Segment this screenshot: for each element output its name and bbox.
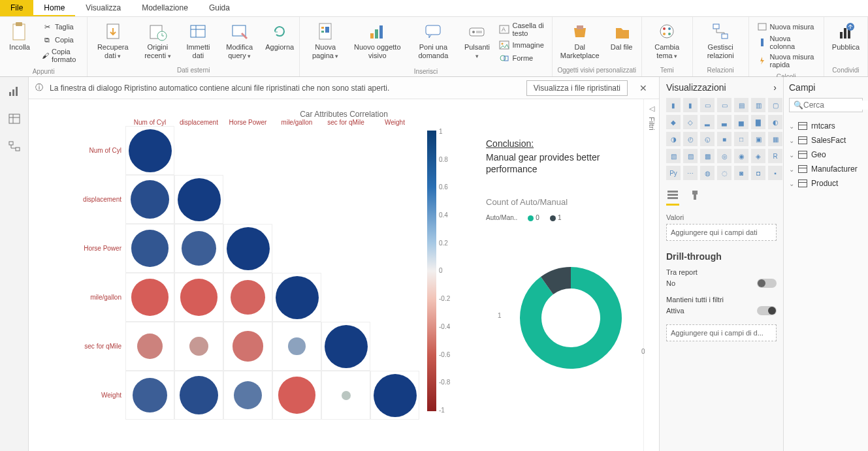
get-data-button[interactable]: Recupera dati bbox=[91, 18, 134, 62]
vis-type-icon[interactable]: ▭ bbox=[717, 98, 731, 112]
new-page-button[interactable]: Nuova pagina bbox=[304, 18, 347, 62]
table-icon bbox=[798, 165, 807, 173]
enter-data-button[interactable]: Immetti dati bbox=[182, 18, 216, 62]
vis-type-icon[interactable]: ▮ bbox=[683, 98, 698, 112]
ask-question-button[interactable]: Poni una domanda bbox=[408, 18, 458, 62]
vis-type-icon[interactable]: ▩ bbox=[700, 149, 715, 163]
vis-type-icon[interactable]: ▧ bbox=[666, 149, 681, 163]
fields-mode-icon[interactable] bbox=[666, 189, 679, 206]
report-view-icon[interactable] bbox=[4, 82, 25, 101]
vis-type-icon[interactable]: ▤ bbox=[734, 98, 748, 112]
view-restored-files-button[interactable]: Visualizza i file ripristinati bbox=[526, 80, 628, 96]
close-infobar-button[interactable]: ✕ bbox=[634, 80, 652, 96]
svg-rect-26 bbox=[577, 25, 583, 29]
vis-type-icon[interactable]: ▃ bbox=[717, 115, 731, 129]
field-table-item[interactable]: ⌄Geo bbox=[789, 148, 863, 162]
format-painter-button[interactable]: 🖌Copia formato bbox=[39, 47, 82, 64]
buttons-button[interactable]: Pulsanti bbox=[461, 18, 492, 62]
edit-queries-button[interactable]: Modifica query bbox=[217, 18, 261, 62]
svg-rect-50 bbox=[667, 197, 678, 199]
vis-type-icon[interactable]: ⋯ bbox=[683, 166, 698, 180]
vis-type-icon[interactable]: ◉ bbox=[734, 149, 748, 163]
from-file-button[interactable]: Dal file bbox=[606, 18, 637, 54]
cross-report-toggle[interactable] bbox=[757, 279, 777, 288]
report-canvas[interactable]: ◁ Filtri Car Attributes Correlation Num … bbox=[29, 99, 659, 451]
info-message: La finestra di dialogo Ripristino automa… bbox=[50, 84, 389, 93]
vis-type-icon[interactable]: ◌ bbox=[717, 166, 731, 180]
switch-theme-button[interactable]: Cambia tema bbox=[646, 18, 688, 62]
drillthrough-drop-target[interactable]: Aggiungere qui i campi di d... bbox=[666, 324, 777, 341]
vis-type-icon[interactable]: ◘ bbox=[751, 166, 765, 180]
fields-search[interactable]: 🔍 bbox=[789, 98, 863, 112]
new-measure-button[interactable]: Nuova misura bbox=[754, 21, 818, 33]
svg-rect-40 bbox=[9, 92, 11, 96]
vis-type-icon[interactable]: R bbox=[768, 149, 782, 163]
tab-home[interactable]: Home bbox=[33, 0, 75, 16]
vis-type-icon[interactable]: ◑ bbox=[666, 132, 681, 146]
vis-type-icon[interactable]: ◆ bbox=[666, 115, 681, 129]
vis-type-icon[interactable]: ◎ bbox=[717, 149, 731, 163]
field-table-item[interactable]: ⌄rntcars bbox=[789, 119, 863, 133]
vis-type-icon[interactable]: ▪ bbox=[768, 166, 782, 180]
donut-chart-visual[interactable]: 1 0 bbox=[492, 249, 649, 386]
chevron-down-icon: ⌄ bbox=[789, 151, 794, 159]
vis-type-icon[interactable]: ◴ bbox=[683, 132, 698, 146]
vis-type-icon[interactable]: ■ bbox=[717, 132, 731, 146]
vis-type-icon[interactable]: □ bbox=[734, 132, 748, 146]
conclusion-textbox[interactable]: Conclusion: Manual gear provides better … bbox=[486, 138, 636, 175]
image-button[interactable]: Immagine bbox=[496, 39, 546, 51]
copy-button[interactable]: ⧉Copia bbox=[39, 34, 82, 46]
vis-type-icon[interactable]: ▅ bbox=[734, 115, 748, 129]
shapes-button[interactable]: Forme bbox=[496, 52, 546, 64]
vis-type-icon[interactable]: ◐ bbox=[768, 115, 782, 129]
vis-type-icon[interactable]: ▭ bbox=[700, 98, 715, 112]
vis-type-icon[interactable]: ▇ bbox=[751, 115, 765, 129]
tab-help[interactable]: Guida bbox=[199, 0, 240, 16]
vis-type-icon[interactable]: ▨ bbox=[683, 149, 698, 163]
vis-type-icon[interactable]: ▮ bbox=[666, 98, 681, 112]
svg-point-23 bbox=[502, 43, 504, 45]
format-mode-icon[interactable] bbox=[688, 189, 701, 206]
field-table-item[interactable]: ⌄Manufacturer bbox=[789, 162, 863, 176]
conclusion-title: Conclusion: bbox=[486, 138, 636, 149]
svg-rect-13 bbox=[370, 33, 374, 39]
textbox-button[interactable]: ACasella di testo bbox=[496, 21, 546, 38]
autosave-info-bar: ⓘ La finestra di dialogo Ripristino auto… bbox=[29, 77, 659, 99]
vis-type-icon[interactable]: ▥ bbox=[751, 98, 765, 112]
manage-relations-button[interactable]: Gestisci relazioni bbox=[697, 18, 745, 62]
recent-sources-button[interactable]: Origini recenti bbox=[137, 18, 178, 62]
vis-type-icon[interactable]: ◵ bbox=[700, 132, 715, 146]
field-table-item[interactable]: ⌄Product bbox=[789, 176, 863, 191]
vis-type-icon[interactable]: Py bbox=[666, 166, 681, 180]
vis-type-icon[interactable]: ▦ bbox=[768, 132, 782, 146]
from-marketplace-button[interactable]: Dal Marketplace bbox=[556, 18, 603, 62]
publish-button[interactable]: Pubblica bbox=[828, 18, 863, 54]
paste-button[interactable]: Incolla bbox=[4, 18, 35, 54]
new-column-button[interactable]: Nuova colonna bbox=[754, 34, 818, 51]
tab-file[interactable]: File bbox=[0, 0, 33, 16]
correlation-matrix-visual[interactable]: Num of Cyl displacement Horse Power mile… bbox=[68, 119, 419, 420]
model-view-icon[interactable] bbox=[4, 137, 25, 155]
vis-type-icon[interactable]: ◙ bbox=[734, 166, 748, 180]
field-table-item[interactable]: ⌄SalesFact bbox=[789, 133, 863, 148]
cut-button[interactable]: ✂Taglia bbox=[39, 21, 82, 33]
values-drop-target[interactable]: Aggiungere qui i campi dati bbox=[666, 224, 777, 241]
vis-type-icon[interactable]: ▣ bbox=[751, 132, 765, 146]
vis-type-icon[interactable]: ◇ bbox=[683, 115, 698, 129]
refresh-button[interactable]: Aggiorna bbox=[264, 18, 295, 54]
collapse-vis-pane-icon[interactable]: › bbox=[773, 82, 777, 93]
vis-type-icon[interactable]: ◈ bbox=[751, 149, 765, 163]
new-visual-button[interactable]: Nuovo oggetto visivo bbox=[349, 18, 405, 62]
data-view-icon[interactable] bbox=[4, 110, 25, 128]
vis-type-icon[interactable]: ▂ bbox=[700, 115, 715, 129]
vis-type-icon[interactable]: ◍ bbox=[700, 166, 715, 180]
new-quick-measure-button[interactable]: Nuova misura rapida bbox=[754, 52, 818, 69]
expand-filters-icon[interactable]: ◁ bbox=[649, 104, 654, 113]
svg-rect-12 bbox=[325, 27, 329, 33]
vis-type-icon[interactable]: ▢ bbox=[768, 98, 782, 112]
tab-model[interactable]: Modellazione bbox=[131, 0, 199, 16]
svg-rect-35 bbox=[761, 39, 764, 46]
fields-search-input[interactable] bbox=[803, 101, 868, 110]
keep-filters-toggle[interactable] bbox=[757, 306, 777, 315]
tab-view[interactable]: Visualizza bbox=[75, 0, 131, 16]
